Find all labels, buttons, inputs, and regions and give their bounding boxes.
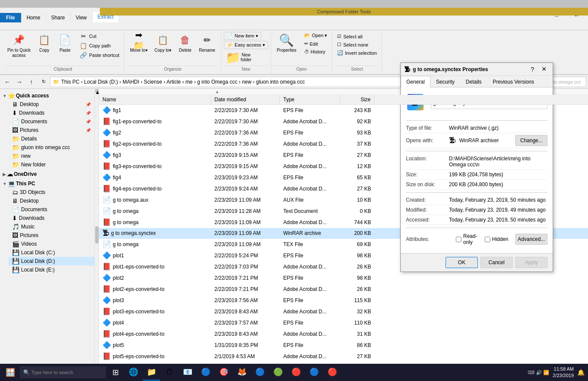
sidebar-item-locale[interactable]: 💾 Local Disk (E:) [9,265,94,274]
new-item-btn[interactable]: 📄New item ▾ [224,32,261,40]
sidebar-item-downloads-pc[interactable]: ⬇ Downloads [9,214,94,222]
cancel-btn[interactable]: Cancel [480,257,513,268]
dialog-tab-general[interactable]: General [401,76,430,87]
table-row[interactable]: 📕 plot4-eps-converted-to 2/23/2019 8:43 … [99,328,588,340]
change-btn[interactable]: Change... [515,135,548,146]
copy-main-btn[interactable]: 📋 Copy [34,32,54,54]
history-btn[interactable]: ⏱History [302,48,330,55]
tab-home[interactable]: Home [22,13,46,22]
sidebar-item-pictures-qa[interactable]: 🖼 Pictures 📌 [9,126,94,134]
apply-btn[interactable]: Apply [515,257,548,268]
copy-path-btn[interactable]: 📋Copy path [77,41,121,50]
sidebar-item-new[interactable]: 📁 new [9,152,94,160]
locale-icon: 💾 [12,266,19,273]
tab-share[interactable]: Share [46,13,71,22]
sidebar-item-gluon[interactable]: 📁 gluon into omega ccc [9,143,94,152]
sidebar-item-localc[interactable]: 💾 Local Disk (C:) [9,248,94,257]
hidden-checkbox-wrapper[interactable]: Hidden [485,236,508,242]
dialog-help-btn[interactable]: ? [527,65,538,74]
delete-btn[interactable]: 🗑 Delete [175,32,195,54]
task-view-btn[interactable]: ⊞ [107,364,124,381]
taskbar-mail[interactable]: 📧 [179,364,196,381]
sidebar-item-music[interactable]: 🎵 Music [9,222,94,231]
notification-btn[interactable]: 🔔 [577,369,585,376]
paste-btn[interactable]: 📄 Paste [55,32,75,54]
taskbar-search[interactable]: 🔍 Type here to search [20,366,106,378]
taskbar-explorer[interactable]: 📁 [143,364,160,381]
refresh-btn[interactable]: ↻ [38,76,49,87]
col-header-date[interactable]: Date modified [211,95,280,104]
file-date: 2/23/2019 11:09 AM [211,229,280,237]
sidebar-item-details[interactable]: 📁 Details [9,134,94,143]
dialog-tab-prev-versions[interactable]: Previous Versions [487,76,540,87]
table-row[interactable]: 📕 plot2-eps-converted-to 2/22/2019 7:21 … [99,284,588,295]
start-btn[interactable]: 🪟 [2,364,19,381]
select-all-btn[interactable]: ☑Select all [335,33,365,40]
forward-btn[interactable]: → [14,76,25,87]
cut-btn[interactable]: ✂Cut [77,32,121,41]
advanced-btn[interactable]: Advanced... [515,234,548,245]
taskbar-app4[interactable]: 🔵 [251,364,269,381]
edit-btn[interactable]: ✏Edit [302,40,330,47]
table-row[interactable]: 🔷 plot5 1/31/2019 8:35 PM EPS File 86 KB [99,340,588,351]
paste-shortcut-btn[interactable]: 🔗Paste shortcut [77,51,121,59]
taskbar-notepad[interactable]: 🗒 [161,364,178,381]
hidden-checkbox[interactable] [485,237,490,242]
table-row[interactable]: 📕 plot5-eps-converted-to 2/1/2019 4:53 A… [99,351,588,362]
tab-view[interactable]: View [71,13,93,22]
select-none-btn[interactable]: ☐Select none [335,41,370,48]
taskbar-app5[interactable]: 🟢 [269,364,287,381]
sidebar-scroll-up[interactable]: ▲ [95,89,99,93]
taskbar-app6[interactable]: 🔴 [288,364,305,381]
sidebar-item-desktop-pc[interactable]: 🖥 Desktop [9,197,94,205]
ok-btn[interactable]: OK [446,257,478,268]
sidebar-item-documents-pc[interactable]: 📄 Documents [9,205,94,214]
pin-to-quick-access-btn[interactable]: 📌 Pin to Quickaccess [4,32,34,59]
readonly-checkbox[interactable] [456,237,461,242]
taskbar-edge[interactable]: 🌐 [125,364,142,381]
table-row[interactable]: 🔷 plot2 2/22/2019 7:21 PM EPS File 98 KB [99,272,588,284]
taskbar-app2[interactable]: 🎯 [215,364,232,381]
easy-access-btn[interactable]: ⚡Easy access ▾ [224,41,268,49]
taskbar-app8[interactable]: 🔴 [324,364,341,381]
sidebar-scroll-thumb[interactable] [95,226,99,244]
sidebar-item-locald[interactable]: 💾 Local Disk (D:) [9,257,94,265]
file-icon: 🔷 [102,173,111,181]
dialog-tab-details[interactable]: Details [460,76,487,87]
sidebar-item-documents-qa[interactable]: 📄 Documents 📌 [9,117,94,126]
new-folder-icon: 📁 [227,51,239,63]
taskbar-app1[interactable]: 🔵 [197,364,214,381]
sidebar-item-videos[interactable]: 🎬 Videos [9,240,94,248]
table-row[interactable]: 📕 plot3-eps-converted-to 2/23/2019 8:43 … [99,306,588,317]
copy-to-btn[interactable]: 📋 Copy to▾ [152,32,174,54]
file-name: fig4-eps-converted-to [113,186,161,192]
readonly-checkbox-wrapper[interactable]: Read-only [456,233,478,245]
onedrive-section[interactable]: ▶ ☁ OneDrive [0,169,94,178]
table-row[interactable]: 🔷 plot4 2/23/2019 7:57 AM EPS File 110 K… [99,317,588,328]
sidebar-item-downloads-qa[interactable]: ⬇ Downloads 📌 [9,109,94,117]
invert-selection-btn[interactable]: 🔄Invert selection [335,49,379,56]
new-folder-btn[interactable]: 📁 Newfolder [224,50,254,65]
thispc-section[interactable]: ▼ 💻 This PC [0,178,94,188]
col-header-name[interactable]: Name [99,95,211,104]
properties-btn[interactable]: 🔍 Properties [274,32,300,54]
taskbar-app3[interactable]: 🦊 [233,364,251,381]
taskbar-clock[interactable]: 11:58 AM 2/23/2019 [551,366,576,379]
dialog-close-btn[interactable]: ✕ [539,65,549,73]
col-header-type[interactable]: Type [280,95,340,104]
sidebar-item-pictures-pc[interactable]: 🖼 Pictures [9,231,94,240]
tab-file[interactable]: File [0,13,22,22]
rename-btn[interactable]: ✏ Rename [196,32,218,54]
dialog-tab-security[interactable]: Security [430,76,460,87]
taskbar-app7[interactable]: 🔵 [306,364,323,381]
move-to-btn[interactable]: ➡📁 Move to▾ [127,32,151,54]
quick-access-section[interactable]: ▼ ⭐ Quick access [0,91,94,100]
col-header-size[interactable]: Size [340,95,374,104]
table-row[interactable]: 🔷 plot3 2/23/2019 7:56 AM EPS File 115 K… [99,295,588,306]
sidebar-item-3dobjects[interactable]: 🗂 3D Objects [9,188,94,197]
sidebar-item-newfolder[interactable]: 📁 New folder [9,160,94,169]
back-btn[interactable]: ← [2,76,13,87]
sidebar-item-desktop-qa[interactable]: 🖥 Desktop 📌 [9,100,94,109]
open-btn[interactable]: 📂Open ▾ [302,32,330,39]
up-btn[interactable]: ↑ [26,76,37,87]
